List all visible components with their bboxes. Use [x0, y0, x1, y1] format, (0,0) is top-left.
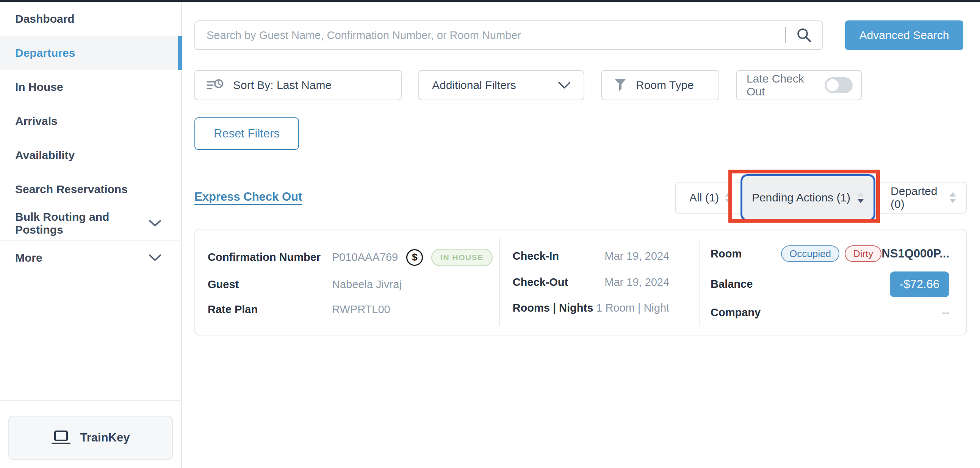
late-check-out-label: Late Check Out [746, 72, 825, 98]
sidebar-item-dashboard[interactable]: Dashboard [0, 2, 181, 36]
check-in-value: Mar 19, 2024 [605, 250, 669, 262]
sidebar-item-label: Arrivals [15, 115, 57, 128]
check-out-value: Mar 19, 2024 [605, 276, 669, 289]
room-code-value: NS1Q000P... [881, 247, 949, 260]
sidebar-item-label: In House [15, 81, 63, 94]
check-out-row: Check-Out Mar 19, 2024 [513, 276, 670, 289]
sort-by-button[interactable]: Sort By: Last Name [194, 70, 402, 100]
confirmation-value: P010AAA769 [332, 251, 398, 263]
trainkey-button[interactable]: TrainKey [8, 416, 173, 460]
reservation-card[interactable]: Confirmation Number P010AAA769 $ IN HOUS… [194, 229, 967, 335]
tab-pending-actions[interactable]: Pending Actions (1) [740, 174, 875, 221]
occupied-status-badge: Occupied [781, 245, 839, 262]
sidebar-item-label: Bulk Routing and Postings [15, 211, 148, 236]
trainkey-label: TrainKey [80, 431, 130, 444]
room-label: Room [711, 247, 761, 260]
main-content: Advanced Search Sort By: Last Name [182, 2, 980, 468]
stay-dates-column: Check-In Mar 19, 2024 Check-Out Mar 19, … [500, 230, 699, 335]
tab-departed[interactable]: Departed (0) [880, 185, 966, 211]
sort-arrows-icon [857, 192, 864, 203]
tab-departed-label: Departed (0) [891, 185, 943, 211]
sort-by-label: Sort By: Last Name [233, 79, 332, 92]
additional-filters-dropdown[interactable]: Additional Filters [418, 70, 584, 100]
search-icon[interactable] [786, 27, 822, 44]
company-value: -- [942, 306, 949, 319]
room-balance-column: Room Occupied Dirty NS1Q000P... Balance … [700, 230, 966, 335]
guest-label: Guest [208, 278, 332, 291]
sidebar-item-departures[interactable]: Departures [0, 36, 181, 70]
sort-arrows-icon [949, 192, 956, 203]
late-check-out-filter: Late Check Out [736, 70, 862, 100]
chevron-down-icon [148, 254, 161, 262]
sidebar-item-search-reservations[interactable]: Search Reservations [0, 172, 181, 206]
filter-row: Sort By: Last Name Additional Filters Ro… [194, 70, 862, 100]
search-box [194, 21, 823, 50]
rooms-nights-row: Rooms | Nights 1 Room | Night [513, 302, 670, 314]
check-in-row: Check-In Mar 19, 2024 [513, 250, 670, 262]
guest-value: Nabeela Jivraj [332, 278, 402, 291]
sidebar-item-bulk-routing[interactable]: Bulk Routing and Postings [0, 206, 181, 240]
company-row: Company -- [711, 306, 949, 319]
sidebar: Dashboard Departures In House Arrivals A… [0, 2, 182, 468]
confirmation-row: Confirmation Number P010AAA769 $ IN HOUS… [208, 249, 499, 266]
sidebar-item-in-house[interactable]: In House [0, 70, 181, 104]
toggle-knob [827, 79, 838, 91]
room-row: Room Occupied Dirty NS1Q000P... [711, 245, 949, 262]
sidebar-item-label: Dashboard [15, 13, 75, 25]
room-type-label: Room Type [636, 79, 694, 92]
balance-button[interactable]: -$72.66 [890, 271, 949, 297]
departures-page: Dashboard Departures In House Arrivals A… [0, 0, 980, 468]
laptop-icon [51, 429, 70, 446]
rate-plan-label: Rate Plan [208, 303, 332, 316]
funnel-icon [614, 78, 627, 92]
advanced-search-button[interactable]: Advanced Search [845, 21, 963, 50]
rooms-nights-value: 1 Room | Night [596, 302, 669, 314]
sort-time-icon [207, 78, 224, 93]
sidebar-item-label: More [15, 251, 43, 264]
express-check-out-link[interactable]: Express Check Out [194, 190, 302, 204]
sidebar-item-label: Search Reservations [15, 183, 128, 196]
sidebar-item-arrivals[interactable]: Arrivals [0, 104, 181, 138]
tab-all-label: All (1) [689, 191, 719, 204]
tab-all[interactable]: All (1) [689, 191, 740, 204]
additional-filters-label: Additional Filters [432, 79, 516, 92]
reservation-details-column: Confirmation Number P010AAA769 $ IN HOUS… [195, 230, 499, 335]
room-type-filter-button[interactable]: Room Type [601, 70, 719, 100]
chevron-down-icon [148, 220, 161, 227]
rooms-nights-label: Rooms | Nights [513, 302, 597, 314]
confirmation-label: Confirmation Number [208, 251, 332, 263]
balance-label: Balance [711, 278, 752, 290]
balance-row: Balance -$72.66 [711, 271, 949, 297]
dirty-status-badge: Dirty [845, 245, 881, 262]
rate-plan-row: Rate Plan RWPRTL00 [208, 303, 499, 316]
guest-row: Guest Nabeela Jivraj [208, 278, 499, 291]
sidebar-item-label: Departures [15, 47, 75, 59]
search-input[interactable] [195, 21, 785, 49]
pending-actions-slot: Pending Actions (1) [740, 182, 880, 213]
check-out-label: Check-Out [513, 276, 605, 289]
sort-arrows-icon [725, 192, 732, 203]
dollar-circle-icon[interactable]: $ [406, 249, 423, 266]
in-house-status-badge: IN HOUSE [431, 249, 493, 266]
sidebar-footer: TrainKey [0, 400, 181, 460]
sidebar-item-availability[interactable]: Availability [0, 138, 181, 172]
reset-filters-button[interactable]: Reset Filters [194, 117, 299, 150]
departures-tab-group: All (1) Pending Actions (1) Departed (0) [675, 182, 967, 214]
company-label: Company [711, 306, 760, 319]
rate-plan-value: RWPRTL00 [332, 303, 390, 316]
check-in-label: Check-In [513, 250, 605, 262]
search-row: Advanced Search [194, 21, 963, 50]
late-check-out-toggle[interactable] [825, 77, 853, 93]
sidebar-item-more[interactable]: More [0, 240, 181, 274]
chevron-down-icon [558, 81, 571, 89]
sidebar-item-label: Availability [15, 149, 75, 162]
tab-pending-actions-label: Pending Actions (1) [752, 191, 850, 204]
